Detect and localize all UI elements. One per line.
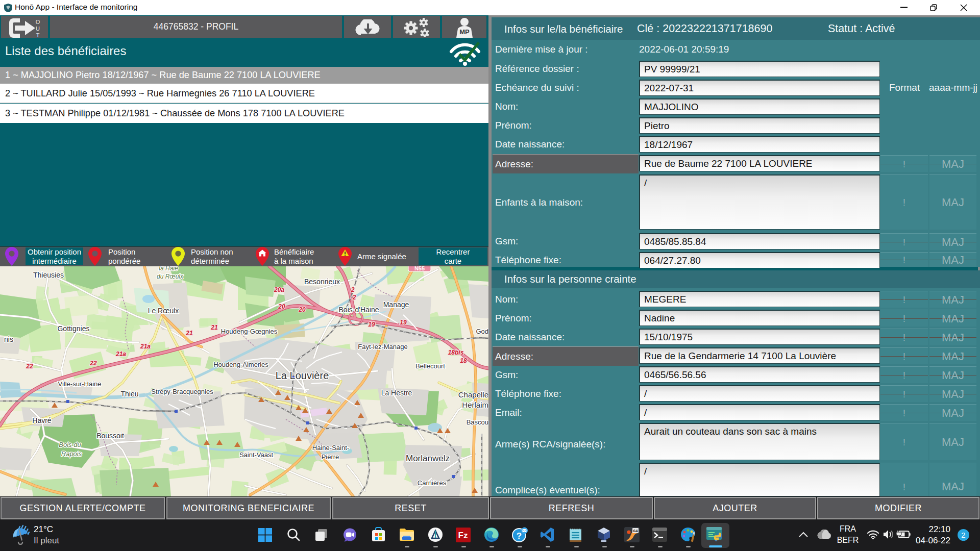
svg-text:God: God bbox=[476, 328, 488, 335]
svg-text:Ville-sur-Haine: Ville-sur-Haine bbox=[58, 380, 101, 388]
svg-text:Thieusies: Thieusies bbox=[33, 271, 64, 279]
svg-text:21a: 21a bbox=[115, 350, 126, 358]
svg-text:MP: MP bbox=[459, 28, 470, 36]
svg-text:Fayt-lez-Manage: Fayt-lez-Manage bbox=[358, 343, 408, 350]
svg-text:Saint-Vaast: Saint-Vaast bbox=[239, 451, 274, 459]
svg-text:Manage: Manage bbox=[383, 300, 409, 309]
svg-text:19: 19 bbox=[368, 321, 375, 328]
svg-text:nis: nis bbox=[4, 335, 13, 343]
svg-text:Chapelle: Chapelle bbox=[458, 390, 488, 399]
svg-text:Bois-d'Haine: Bois-d'Haine bbox=[339, 306, 379, 314]
svg-text:21: 21 bbox=[210, 324, 218, 331]
svg-text:La Hestre: La Hestre bbox=[381, 389, 412, 397]
svg-text:Bellecourt: Bellecourt bbox=[415, 362, 445, 370]
svg-text:Bascou: Bascou bbox=[467, 418, 488, 426]
svg-text:18: 18 bbox=[460, 357, 467, 364]
svg-text:Rapois: Rapois bbox=[61, 450, 82, 458]
svg-text:22: 22 bbox=[26, 363, 33, 370]
svg-text:20a: 20a bbox=[274, 286, 284, 293]
svg-text:Carnières: Carnières bbox=[418, 479, 447, 487]
svg-text:64: 64 bbox=[633, 529, 638, 533]
svg-text:20: 20 bbox=[298, 306, 306, 313]
svg-text:19: 19 bbox=[400, 319, 407, 326]
svg-text:Besonrieux: Besonrieux bbox=[304, 278, 340, 286]
svg-text:22: 22 bbox=[89, 360, 97, 367]
svg-text:21: 21 bbox=[185, 330, 193, 337]
svg-text:Boussoit: Boussoit bbox=[96, 432, 124, 440]
svg-text:Fz: Fz bbox=[458, 531, 468, 540]
svg-text:Herlaim: Herlaim bbox=[462, 400, 488, 409]
svg-text:du Rœulx: du Rœulx bbox=[157, 273, 184, 280]
svg-text:N55: N55 bbox=[414, 266, 425, 271]
svg-text:2: 2 bbox=[352, 294, 356, 301]
svg-text:U: U bbox=[36, 26, 40, 32]
svg-text:la Haie: la Haie bbox=[159, 266, 178, 272]
svg-text:Pierre: Pierre bbox=[322, 453, 339, 461]
svg-text:Haine-Saint-: Haine-Saint- bbox=[312, 444, 349, 452]
svg-text:Houdeng-Gœgnies: Houdeng-Gœgnies bbox=[221, 328, 278, 335]
svg-text:La Louvière: La Louvière bbox=[276, 370, 329, 381]
svg-text:Morlanwelz: Morlanwelz bbox=[406, 454, 450, 463]
svg-text:21a: 21a bbox=[140, 343, 151, 350]
svg-text:T: T bbox=[36, 32, 40, 38]
svg-text:20: 20 bbox=[278, 303, 285, 310]
svg-text:2: 2 bbox=[351, 286, 355, 293]
svg-text:Gottignies: Gottignies bbox=[57, 324, 89, 333]
svg-text:Thieu: Thieu bbox=[120, 390, 138, 398]
svg-text:Strépy-Bracquegnies: Strépy-Bracquegnies bbox=[151, 388, 213, 395]
svg-text:?: ? bbox=[517, 531, 522, 541]
svg-text:18bis: 18bis bbox=[448, 349, 464, 356]
svg-text:Bois du: Bois du bbox=[59, 441, 81, 448]
svg-text:Havré: Havré bbox=[32, 416, 52, 424]
svg-text:Houdeng-Aimeries: Houdeng-Aimeries bbox=[213, 361, 268, 368]
svg-text:Le Rœulx: Le Rœulx bbox=[148, 307, 179, 315]
svg-text:O: O bbox=[36, 19, 40, 25]
